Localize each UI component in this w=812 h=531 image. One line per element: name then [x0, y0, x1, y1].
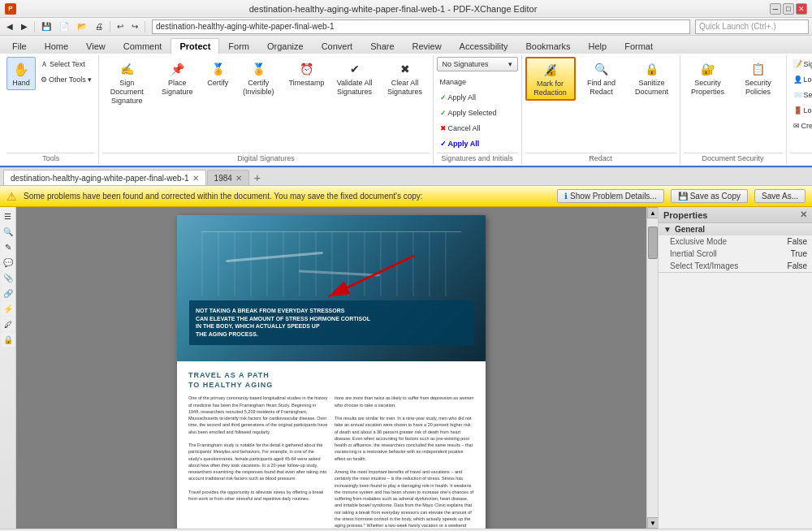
- scroll-up-button[interactable]: ▲: [647, 207, 659, 218]
- zoom-tool-button[interactable]: 🔍: [1, 224, 15, 239]
- docusign-group: 📝 Sign with DocuSign 👤 Login 📨 Send with…: [787, 55, 812, 164]
- scroll-track[interactable]: [647, 218, 658, 517]
- tab-format[interactable]: Format: [615, 38, 662, 54]
- inertial-scroll-row: Inertial Scroll True: [659, 248, 812, 260]
- place-signature-button[interactable]: 📌 Place Signature: [153, 57, 201, 99]
- apply-all-label: Apply All: [448, 93, 477, 101]
- security-properties-button[interactable]: 🔐 Security Properties: [684, 57, 732, 99]
- send-ds-label: Send with DocuSign: [804, 91, 812, 99]
- find-redact-button[interactable]: 🔍 Find and Redact: [577, 57, 626, 99]
- highlight-tool-button[interactable]: ⚡: [1, 301, 15, 316]
- tab-review[interactable]: Review: [404, 38, 451, 54]
- tab-file[interactable]: File: [3, 38, 36, 54]
- select-text-label: Select Text/Images: [663, 261, 788, 270]
- digital-signatures-label: Digital Signatures: [102, 153, 429, 162]
- general-section-header[interactable]: ▼ General: [659, 223, 812, 235]
- sec-props-icon: 🔐: [698, 59, 718, 79]
- title-bar: P destination-healthy-aging-white-paper-…: [0, 0, 812, 18]
- tab-help[interactable]: Help: [580, 38, 616, 54]
- clear-label: Clear All Signatures: [385, 79, 425, 97]
- login-label: Login: [804, 76, 812, 84]
- timestamp-button[interactable]: ⏰ Timestamp: [284, 57, 328, 90]
- logout-button[interactable]: 🚪 Logout: [790, 103, 812, 118]
- doc-tab-main-close[interactable]: ✕: [192, 174, 199, 183]
- alert-icon: ⚠: [6, 190, 17, 203]
- info-icon: ℹ: [564, 192, 568, 201]
- address-bar[interactable]: destination-healthy-aging-white-paper-fi…: [152, 19, 690, 34]
- clear-all-button[interactable]: ✖ Clear All Signatures: [381, 57, 430, 99]
- select-text-button[interactable]: Ａ Select Text: [37, 57, 95, 71]
- other-tools-button[interactable]: ⚙ Other Tools ▾: [37, 72, 95, 87]
- close-button[interactable]: ✕: [796, 3, 807, 15]
- doc-tab-1984-close[interactable]: ✕: [235, 174, 242, 183]
- hand-tool-button[interactable]: ✋ Hand: [6, 57, 36, 90]
- create-envelope-button[interactable]: ✉ Create Envelope: [790, 119, 812, 133]
- tab-convert[interactable]: Convert: [313, 38, 362, 54]
- redo-button[interactable]: ↪: [128, 19, 141, 34]
- title-text: destination-healthy-aging-white-paper-fi…: [249, 4, 538, 14]
- maximize-button[interactable]: □: [783, 3, 794, 15]
- cancel-all-button[interactable]: ✖ Cancel All: [437, 121, 518, 136]
- login-button[interactable]: 👤 Login: [790, 72, 812, 87]
- tab-organize[interactable]: Organize: [258, 38, 313, 54]
- forward-button[interactable]: ▶: [18, 19, 31, 34]
- apply-all-button[interactable]: ✓ Apply All: [437, 90, 518, 105]
- pan-tool-button[interactable]: ☰: [1, 209, 15, 223]
- open-button[interactable]: 📂: [74, 19, 90, 34]
- tab-comment[interactable]: Comment: [114, 38, 171, 54]
- sign-document-button[interactable]: ✍ Sign Document Signature: [102, 57, 151, 107]
- properties-close-icon[interactable]: ✕: [800, 209, 807, 220]
- collapse-icon: ▼: [663, 225, 672, 234]
- doc-tab-main[interactable]: destination-healthy-aging-white-paper-fi…: [3, 170, 206, 185]
- manage-button[interactable]: Manage: [437, 75, 518, 89]
- sanitize-button[interactable]: 🔒 Sanitize Document: [628, 57, 676, 99]
- link-tool-button[interactable]: 🔗: [1, 286, 15, 300]
- save-as-button[interactable]: Save As...: [754, 189, 806, 203]
- sign-docusign-button[interactable]: 📝 Sign with DocuSign: [790, 57, 812, 71]
- document-viewer[interactable]: NOT TAKING A BREAK FROM EVERYDAY STRESSO…: [16, 207, 646, 529]
- show-problem-details-button[interactable]: ℹ Show Problem Details...: [557, 189, 664, 203]
- tab-share[interactable]: Share: [361, 38, 403, 54]
- quick-launch-search[interactable]: Quick Launch (Ctrl+.): [695, 19, 809, 34]
- apply-selected-button[interactable]: ✓ Apply Selected: [437, 106, 518, 120]
- minimize-button[interactable]: ─: [770, 3, 781, 15]
- certify-label: Certify: [207, 79, 228, 88]
- mark-redaction-button[interactable]: 🔏 Mark for Redaction: [525, 57, 576, 101]
- no-signatures-dropdown[interactable]: No Signatures ▾: [437, 57, 518, 71]
- tab-home[interactable]: Home: [36, 38, 77, 54]
- tab-bookmarks[interactable]: Bookmarks: [517, 38, 580, 54]
- attach-tool-button[interactable]: 📎: [1, 270, 15, 285]
- send-docusign-button[interactable]: 📨 Send with DocuSign: [790, 88, 812, 102]
- inertial-scroll-label: Inertial Scroll: [663, 249, 791, 258]
- undo-button[interactable]: ↩: [114, 19, 127, 34]
- annotate-tool-button[interactable]: ✎: [1, 240, 15, 254]
- comment-tool-button[interactable]: 💬: [1, 255, 15, 270]
- doc-tab-1984[interactable]: 1984 ✕: [207, 170, 249, 185]
- certify-invisible-button[interactable]: 🏅 Certify (Invisible): [234, 57, 283, 99]
- tools-group-label: Tools: [6, 153, 95, 162]
- pen-tool-button[interactable]: 🖊: [1, 317, 15, 331]
- tab-protect[interactable]: Protect: [171, 38, 219, 54]
- back-button[interactable]: ◀: [3, 19, 16, 34]
- scroll-thumb[interactable]: [648, 227, 658, 259]
- section-title: TRAVEL AS A PATH TO HEALTHY AGING: [188, 371, 474, 390]
- mark-redaction-icon: 🔏: [541, 60, 560, 80]
- tab-form[interactable]: Form: [219, 38, 258, 54]
- security-policies-button[interactable]: 📋 Security Policies: [734, 57, 783, 99]
- col1-text: One of the primary community-based longi…: [188, 395, 328, 502]
- redact-tool-button[interactable]: 🔒: [1, 332, 15, 347]
- apply-all2-label: Apply All: [448, 140, 480, 148]
- scroll-down-button[interactable]: ▼: [647, 517, 659, 529]
- new-tab-button[interactable]: +: [250, 171, 265, 185]
- tab-view[interactable]: View: [77, 38, 114, 54]
- document-column-2: tions are more than twice as likely to s…: [335, 395, 474, 529]
- apply-all2-button[interactable]: ✓ Apply All: [437, 136, 518, 151]
- new-doc-button[interactable]: 📄: [56, 19, 72, 34]
- save-as-copy-button[interactable]: 💾 Save as Copy: [671, 189, 748, 203]
- save-button[interactable]: 💾: [38, 19, 54, 34]
- print-button[interactable]: 🖨: [92, 19, 106, 34]
- tab-accessibility[interactable]: Accessibility: [451, 38, 517, 54]
- signatures-initials-group: No Signatures ▾ Manage ✓ Apply All ✓: [434, 55, 522, 164]
- validate-all-button[interactable]: ✔ Validate All Signatures: [330, 57, 379, 99]
- certify-button[interactable]: 🏅 Certify: [203, 57, 232, 90]
